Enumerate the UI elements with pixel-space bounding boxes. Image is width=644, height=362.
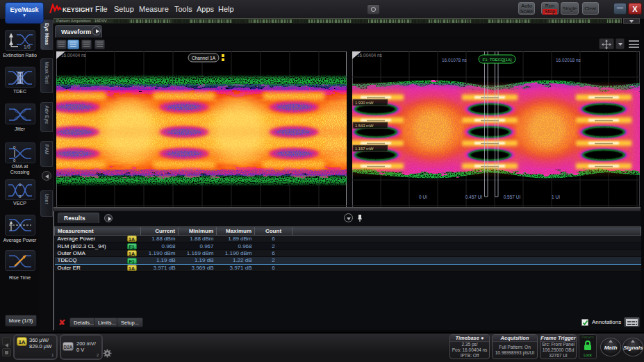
svg-text:16.02018 ns: 16.02018 ns [556,58,581,63]
svg-text:16.00404 ns: 16.00404 ns [61,53,87,58]
svg-text:1 UI: 1 UI [552,195,560,199]
svg-text:0: 0 [13,158,16,163]
svg-text:16.01078 ns: 16.01078 ns [442,58,468,63]
svg-text:1.157 mW: 1.157 mW [355,147,374,151]
svg-text:1.930 mW: 1.930 mW [355,101,374,105]
svg-text:16.00404 ns: 16.00404 ns [357,53,383,58]
svg-text:0 UI: 0 UI [419,195,427,199]
svg-text:0: 0 [13,145,16,149]
svg-text:F1: TDECQ[1A]: F1: TDECQ[1A] [483,58,512,62]
svg-text:1.543 mW: 1.543 mW [355,124,374,128]
svg-text:0.457 UI: 0.457 UI [465,195,483,199]
svg-text:Channel 1A: Channel 1A [192,56,216,60]
svg-text:0.557 UI: 0.557 UI [504,195,521,199]
svg-text:1/0: 1/0 [24,44,31,49]
svg-text:0: 0 [19,195,22,199]
